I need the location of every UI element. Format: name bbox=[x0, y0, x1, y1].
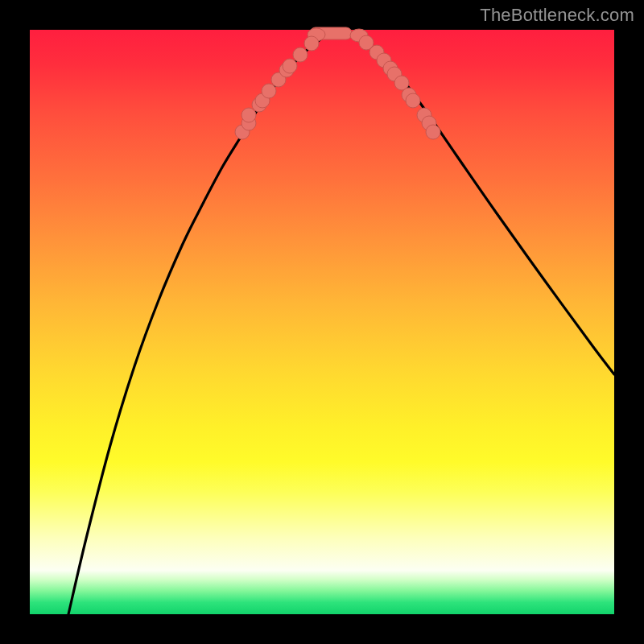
marker-dot bbox=[406, 93, 420, 108]
curve-group bbox=[68, 27, 614, 614]
marker-dot bbox=[293, 47, 308, 62]
chart-svg bbox=[30, 30, 614, 614]
marker-dot bbox=[304, 36, 319, 51]
chart-frame: TheBottleneck.com bbox=[0, 0, 644, 644]
bottleneck-curve bbox=[68, 31, 614, 614]
watermark-text: TheBottleneck.com bbox=[480, 5, 634, 26]
marker-dot bbox=[262, 84, 276, 98]
marker-dot bbox=[426, 125, 440, 139]
marker-dot bbox=[283, 59, 297, 73]
